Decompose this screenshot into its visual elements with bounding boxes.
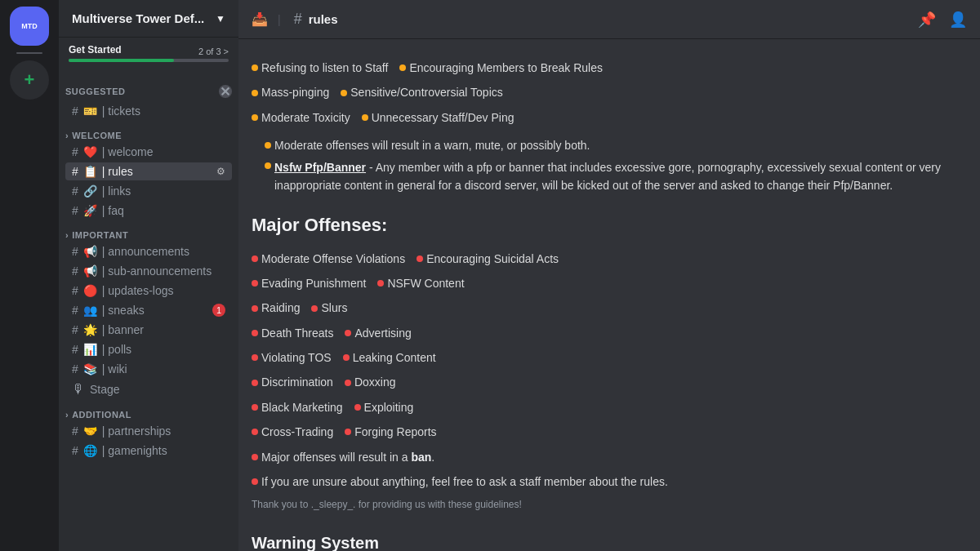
channel-item-sub-announcements[interactable]: # 📢 | sub-announcements xyxy=(65,262,232,280)
nsfw-bold-text: Nsfw Pfp/Banner xyxy=(274,161,366,174)
category-welcome[interactable]: › WELCOME xyxy=(59,121,238,142)
channel-item-updates-logs[interactable]: # 🔴 | updates-logs xyxy=(65,282,232,300)
bullet-exploiting: Exploiting xyxy=(354,398,414,416)
stage-item[interactable]: 🎙 Stage xyxy=(65,380,232,399)
channel-item-gamenights[interactable]: # 🌐 | gamenights xyxy=(65,442,232,460)
hash-icon: # xyxy=(72,362,78,375)
bullet-dot-masspinging xyxy=(252,90,258,96)
titlebar-channel-name: rules xyxy=(309,12,338,26)
moderate-row1: Refusing to listen to Staff Encouraging … xyxy=(252,59,954,77)
tickets-emoji: 🎫 xyxy=(83,104,97,118)
bullet-dot-discrimination xyxy=(252,380,258,386)
category-important[interactable]: › IMPORTANT xyxy=(59,220,238,242)
channel-item-polls[interactable]: # 📊 | polls xyxy=(65,340,232,358)
title-bar: 📥 | # rules 📌 👤 xyxy=(238,0,980,39)
bullet-advertising: Advertising xyxy=(345,324,411,342)
channel-item-tickets[interactable]: # 🎫 | tickets xyxy=(65,102,232,120)
hash-icon: # xyxy=(72,323,78,336)
bullet-dot-unsure-note xyxy=(252,478,258,485)
bullet-dot-evading xyxy=(252,280,258,287)
bullet-unnecessary-ping: Unnecessary Staff/Dev Ping xyxy=(362,109,514,127)
bullet-dot-cross-trading xyxy=(252,429,258,435)
bullet-dot-nsfw-content xyxy=(377,280,384,287)
hash-icon: # xyxy=(72,284,78,297)
chevron-icon: › xyxy=(65,131,69,140)
hash-icon: # xyxy=(72,304,78,317)
bullet-toxicity: Moderate Toxicity xyxy=(252,109,350,127)
text-masspinging: Mass-pinging xyxy=(261,83,329,101)
get-started-label: Get Started xyxy=(69,44,122,56)
bullet-dot-leaking xyxy=(343,354,350,361)
bullet-discrimination: Discrimination xyxy=(252,373,333,391)
bullet-dot-unnecessary-ping xyxy=(362,114,368,121)
bullet-dot-black-marketing xyxy=(252,404,258,411)
warning-system-title: Warning System xyxy=(252,530,954,551)
unsure-note-text: If you are unsure about anything, feel f… xyxy=(261,473,668,491)
channel-item-rules[interactable]: # 📋 | rules ⚙ xyxy=(65,162,232,180)
bullet-dot-toxicity xyxy=(252,114,258,121)
bullet-slurs: Slurs xyxy=(311,299,347,317)
major-row8: Cross-Trading Forging Reports xyxy=(252,423,954,441)
channel-item-welcome[interactable]: # ❤️ | welcome xyxy=(65,143,232,161)
bullet-dot-slurs xyxy=(311,305,318,312)
channel-name-tickets: | tickets xyxy=(102,104,225,118)
server-header[interactable]: Multiverse Tower Def... ▼ xyxy=(59,0,238,38)
bullet-dot-note xyxy=(265,142,271,149)
bullet-leaking: Leaking Content xyxy=(343,349,436,367)
channel-item-faq[interactable]: # 🚀 | faq xyxy=(65,202,232,220)
bullet-black-marketing: Black Marketing xyxy=(252,398,343,416)
tab-separator: | xyxy=(278,13,281,26)
settings-icon-rules[interactable]: ⚙ xyxy=(216,166,225,177)
bullet-dot-nsfw xyxy=(265,162,271,169)
bullet-unsure-note: If you are unsure about anything, feel f… xyxy=(252,473,668,491)
rules-content: Refusing to listen to Staff Encouraging … xyxy=(252,52,954,551)
major-row7: Black Marketing Exploiting xyxy=(252,398,954,416)
get-started-step: 2 of 3 > xyxy=(198,47,229,56)
inbox-icon[interactable]: 📥 xyxy=(252,11,268,27)
category-label-welcome: WELCOME xyxy=(72,131,122,140)
nsfw-note-text: Nsfw Pfp/Banner - Any member with a pfp … xyxy=(274,158,947,195)
server-icon-add[interactable]: + xyxy=(10,60,49,100)
bullet-encouraging: Encouraging Members to Break Rules xyxy=(399,59,603,77)
major-row4: Death Threats Advertising xyxy=(252,324,954,342)
hash-icon: # xyxy=(72,104,78,118)
bullet-death-threats: Death Threats xyxy=(252,324,333,342)
category-additional[interactable]: › ADDITIONAL xyxy=(59,400,238,421)
hash-icon: # xyxy=(72,343,78,356)
chevron-icon-important: › xyxy=(65,230,69,240)
channel-sidebar: Multiverse Tower Def... ▼ Get Started 2 … xyxy=(59,0,238,551)
text-sensitive: Sensitive/Controversial Topics xyxy=(350,83,503,101)
channel-item-partnerships[interactable]: # 🤝 | partnerships xyxy=(65,422,232,440)
bullet-dot-advertising xyxy=(345,330,351,336)
bullet-refusing: Refusing to listen to Staff xyxy=(252,59,388,77)
bullet-mod-violations: Moderate Offense Violations xyxy=(252,250,405,268)
channel-item-links[interactable]: # 🔗 | links xyxy=(65,182,232,200)
server-icon-main[interactable]: MTD xyxy=(10,7,49,46)
hash-icon-titlebar: # xyxy=(294,11,302,28)
hash-icon: # xyxy=(72,264,78,278)
sneaks-badge: 1 xyxy=(212,304,225,317)
major-row1: Moderate Offense Violations Encouraging … xyxy=(252,250,954,268)
ban-bold: ban xyxy=(411,451,431,464)
message-area: Refusing to listen to Staff Encouraging … xyxy=(238,39,980,551)
major-row2: Evading Punishment NSFW Content xyxy=(252,274,954,292)
chevron-icon-additional: › xyxy=(65,410,69,420)
major-offenses-title: Major Offenses: xyxy=(252,211,954,239)
channel-item-wiki[interactable]: # 📚 | wiki xyxy=(65,360,232,378)
text-refusing: Refusing to listen to Staff xyxy=(261,59,388,77)
channel-item-banner[interactable]: # 🌟 | banner xyxy=(65,321,232,339)
nsfw-note-bullet: Nsfw Pfp/Banner - Any member with a pfp … xyxy=(265,158,947,195)
bullet-dot-doxxing xyxy=(345,380,351,386)
channel-item-sneaks[interactable]: # 👥 | sneaks 1 xyxy=(65,301,232,319)
suggested-close-btn[interactable]: ✕ xyxy=(219,85,232,98)
major-row5: Violating TOS Leaking Content xyxy=(252,349,954,367)
pin-icon[interactable]: 📌 xyxy=(918,11,936,29)
channel-item-announcements[interactable]: # 📢 | announcements xyxy=(65,242,232,260)
bullet-dot-exploiting xyxy=(354,404,361,411)
server-name: Multiverse Tower Def... xyxy=(72,11,204,25)
get-started-progress-bar xyxy=(69,59,229,62)
server-icon-label: MTD xyxy=(21,22,38,31)
add-members-icon[interactable]: 👤 xyxy=(949,11,967,29)
bullet-cross-trading: Cross-Trading xyxy=(252,423,333,441)
bullet-tos: Violating TOS xyxy=(252,349,332,367)
